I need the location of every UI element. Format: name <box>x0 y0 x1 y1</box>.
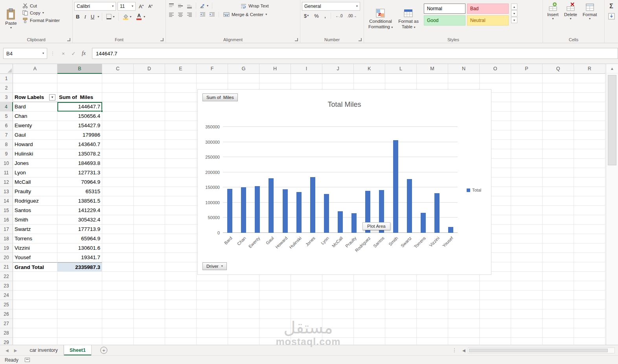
cell-R16[interactable] <box>574 215 605 225</box>
cell-A16[interactable]: Smith <box>13 215 57 225</box>
cell-A14[interactable]: Rodriguez <box>13 196 57 206</box>
cell-R10[interactable] <box>574 159 605 168</box>
vertical-scrollbar[interactable]: ▲ <box>606 64 618 345</box>
cell-R4[interactable] <box>574 102 605 112</box>
cell-P3[interactable] <box>511 93 543 102</box>
accounting-format-button[interactable]: $▾ <box>302 13 311 19</box>
row-header-4[interactable]: 4 <box>0 102 13 112</box>
cell-R7[interactable] <box>574 130 605 140</box>
sheet-tab-sheet1[interactable]: Sheet1 <box>64 345 92 355</box>
cell-M29[interactable] <box>417 338 448 345</box>
cell-R29[interactable] <box>574 338 605 345</box>
decrease-decimal-button[interactable]: .00→ <box>346 14 359 18</box>
cell-B4[interactable]: 144647.7 <box>57 102 102 112</box>
row-header-14[interactable]: 14 <box>0 196 13 206</box>
cell-A5[interactable]: Chan <box>13 112 57 121</box>
align-left-button[interactable] <box>167 11 175 18</box>
row-header-25[interactable]: 25 <box>0 300 13 309</box>
cell-E9[interactable] <box>165 149 197 159</box>
bar-Howard[interactable] <box>283 189 288 233</box>
cell-D13[interactable] <box>134 187 165 196</box>
cell-C1[interactable] <box>102 74 134 83</box>
enter-button[interactable]: ✓ <box>68 51 79 57</box>
cell-A26[interactable] <box>13 309 57 319</box>
cell-R12[interactable] <box>574 177 605 187</box>
cell-C25[interactable] <box>102 300 134 309</box>
cell-D28[interactable] <box>134 328 165 338</box>
column-header-M[interactable]: M <box>417 64 448 74</box>
sheet-nav-left-icon[interactable]: ◀ <box>6 348 9 353</box>
cell-C3[interactable] <box>102 93 134 102</box>
cell-O28[interactable] <box>480 328 511 338</box>
cell-E28[interactable] <box>165 328 197 338</box>
align-right-button[interactable] <box>186 11 193 18</box>
bar-Hulinski[interactable] <box>296 192 302 233</box>
cell-C12[interactable] <box>102 177 134 187</box>
row-header-29[interactable]: 29 <box>0 338 13 345</box>
cell-K24[interactable] <box>354 291 385 300</box>
cell-F28[interactable] <box>197 328 228 338</box>
row-header-12[interactable]: 12 <box>0 177 13 187</box>
copy-button[interactable]: Copy ▾ <box>21 10 61 16</box>
cell-K27[interactable] <box>354 319 385 328</box>
cell-R13[interactable] <box>574 187 605 196</box>
bar-Smith[interactable] <box>393 140 398 233</box>
cell-H29[interactable] <box>259 338 291 345</box>
cell-F23[interactable] <box>197 281 228 291</box>
cell-Q13[interactable] <box>543 187 574 196</box>
cell-F29[interactable] <box>197 338 228 345</box>
cell-I24[interactable] <box>291 291 322 300</box>
cell-A7[interactable]: Gaul <box>13 130 57 140</box>
cell-R26[interactable] <box>574 309 605 319</box>
chart-values-field-button[interactable]: Sum of Miles <box>202 93 238 101</box>
cell-A10[interactable]: Jones <box>13 159 57 168</box>
row-header-6[interactable]: 6 <box>0 121 13 130</box>
increase-indent-button[interactable] <box>208 11 216 18</box>
cell-B3[interactable]: Sum of Miles <box>57 93 102 102</box>
cell-G25[interactable] <box>228 300 259 309</box>
scroll-up-arrow[interactable]: ▲ <box>606 64 618 73</box>
cell-B9[interactable]: 135078.2 <box>57 149 102 159</box>
cell-A29[interactable] <box>13 338 57 345</box>
cell-F24[interactable] <box>197 291 228 300</box>
wrap-text-button[interactable]: Wrap Text <box>239 3 270 9</box>
cell-E7[interactable] <box>165 130 197 140</box>
cell-I29[interactable] <box>291 338 322 345</box>
delete-cells-button[interactable]: Delete ▾ <box>561 2 580 20</box>
cell-D18[interactable] <box>134 234 165 243</box>
paste-button[interactable]: Paste ▾ <box>2 1 20 37</box>
cell-P6[interactable] <box>511 121 543 130</box>
sheet-nav-right-icon[interactable]: ▶ <box>14 348 17 353</box>
cell-B8[interactable]: 143640.7 <box>57 140 102 149</box>
cell-Q2[interactable] <box>543 83 574 93</box>
cell-Q27[interactable] <box>543 319 574 328</box>
cell-B24[interactable] <box>57 291 102 300</box>
row-header-19[interactable]: 19 <box>0 243 13 253</box>
cell-Q22[interactable] <box>543 272 574 281</box>
pivot-chart[interactable]: Sum of Miles Total Miles 050000100000150… <box>197 89 491 275</box>
cell-J27[interactable] <box>322 319 354 328</box>
column-header-Q[interactable]: Q <box>543 64 574 74</box>
cell-I23[interactable] <box>291 281 322 291</box>
row-header-17[interactable]: 17 <box>0 225 13 234</box>
cell-E26[interactable] <box>165 309 197 319</box>
cell-C23[interactable] <box>102 281 134 291</box>
cell-O27[interactable] <box>480 319 511 328</box>
cell-M28[interactable] <box>417 328 448 338</box>
cell-H25[interactable] <box>259 300 291 309</box>
cell-N29[interactable] <box>448 338 480 345</box>
cell-B29[interactable] <box>57 338 102 345</box>
chevron-down-icon[interactable]: ▾ <box>97 15 99 18</box>
cell-D15[interactable] <box>134 206 165 215</box>
cell-R24[interactable] <box>574 291 605 300</box>
cell-A11[interactable]: Lyon <box>13 168 57 177</box>
cell-G29[interactable] <box>228 338 259 345</box>
cell-A3[interactable]: Row Labels▾ <box>13 93 57 102</box>
cell-Q12[interactable] <box>543 177 574 187</box>
format-cells-button[interactable]: Format ▾ <box>580 2 600 20</box>
cell-A12[interactable]: McCall <box>13 177 57 187</box>
cell-D2[interactable] <box>134 83 165 93</box>
cell-B16[interactable]: 305432.4 <box>57 215 102 225</box>
chart-plot[interactable] <box>223 127 458 233</box>
bar-Praulty[interactable] <box>351 213 357 233</box>
